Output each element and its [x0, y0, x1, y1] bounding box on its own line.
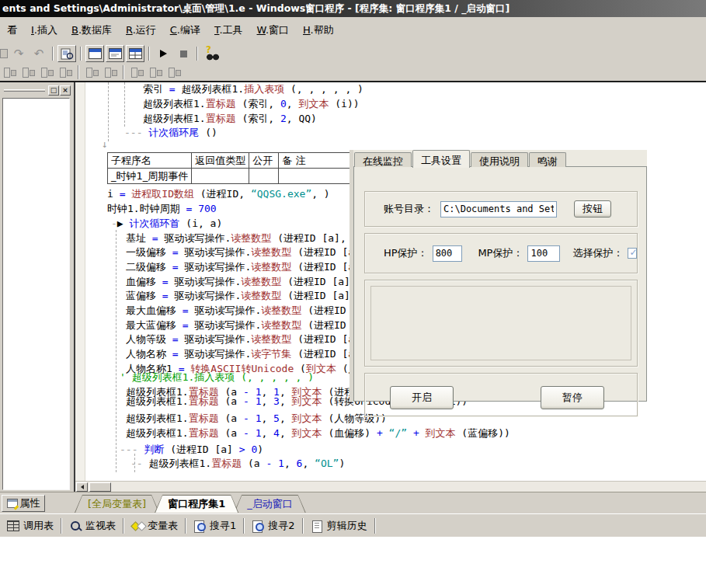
toolbar-separator — [80, 47, 82, 61]
menu-item[interactable]: I.插入 — [24, 21, 64, 40]
find-help-icon[interactable]: ? — [202, 45, 224, 62]
code-line: 最大蓝偏移 = 驱动读写操作.读整数型 (进程ID [a], — [126, 319, 377, 332]
stop-icon[interactable] — [174, 45, 193, 62]
search1-button[interactable]: 搜寻1 — [188, 517, 242, 535]
window-title: ents and Settings\Administrator\桌面\管理\1.… — [2, 2, 510, 14]
watch-table-button[interactable]: 监视表 — [64, 517, 121, 535]
document-tab-label: [全局变量表] — [75, 496, 158, 513]
code-line: 最大血偏移 = 驱动读写操作.读整数型 (进程ID [a], — [126, 304, 377, 317]
menu-item[interactable]: W.窗口 — [250, 21, 297, 40]
window-code-view-icon[interactable] — [106, 45, 124, 62]
code-line: 血偏移 = 驱动读写操作.读整数型 (进程ID [a], 二级 — [126, 276, 383, 288]
same-size-icon[interactable] — [165, 65, 183, 79]
pause-button[interactable]: 暂停 — [541, 386, 604, 409]
protect-checkbox[interactable] — [628, 248, 637, 259]
redo-icon[interactable]: ↷ — [9, 45, 28, 62]
toolbar-separator — [374, 518, 376, 534]
dialog-tab-page: 账号目录： 按钮 HP保护： MP保护： 选择保护： 开启 暂停 — [353, 166, 647, 402]
panel-grip[interactable] — [4, 89, 45, 92]
align-middle-vertical-icon[interactable] — [57, 65, 74, 79]
code-line: 时钟1.时钟周期 = 700 — [107, 203, 217, 215]
code-line: i = 进程取ID数组 (进程ID, “QQSG.exe”, ) — [107, 188, 330, 200]
menu-item[interactable]: C.编译 — [163, 21, 207, 40]
empty-listbox[interactable] — [370, 286, 631, 360]
bottom-toolbar: 调用表监视表变量表搜寻1搜寻2剪辑历史 — [0, 513, 706, 537]
mp-input[interactable] — [527, 245, 560, 262]
scrollbar-thumb[interactable] — [89, 482, 111, 492]
code-line: -▶ 计次循环首 (i, a) — [111, 217, 222, 230]
document-tab[interactable]: 窗口程序集1 — [155, 495, 238, 513]
table-cell[interactable] — [249, 169, 279, 184]
desktop-background — [0, 537, 706, 588]
account-path-input[interactable] — [440, 201, 557, 217]
toolbar-separator — [302, 518, 304, 534]
empty-groupbox — [364, 280, 638, 367]
same-height-icon[interactable] — [147, 65, 164, 79]
code-line: ↓ — [102, 138, 108, 151]
toolbar-button-label: 监视表 — [85, 519, 116, 533]
code-line: 一级偏移 = 驱动读写操作.读整数型 (进程ID [a], 基 — [126, 246, 383, 259]
document-tabs: [全局变量表]窗口程序集1_启动窗口 — [75, 495, 301, 513]
code-line: 超级列表框1.置标题 (a - 1, 4, 到文本 (血偏移) + “/” + … — [126, 427, 510, 440]
subroutine-table: 子程序名返回值类型公开备 注 _时钟1_周期事件 — [107, 152, 370, 184]
dialog-tab[interactable]: 鸣谢 — [529, 152, 566, 167]
search2-icon — [252, 520, 264, 531]
properties-icon — [7, 499, 18, 508]
menu-item[interactable]: 看 — [0, 21, 24, 40]
toolbar-button-label: 搜寻2 — [268, 519, 294, 533]
window-split-view-icon[interactable] — [126, 45, 144, 62]
space-down-icon[interactable] — [102, 65, 119, 79]
align-center-horizontal-icon[interactable] — [19, 65, 37, 79]
hp-label: HP保护： — [384, 246, 428, 260]
clipped-toolbar-icon[interactable] — [0, 45, 8, 62]
start-button[interactable]: 开启 — [390, 386, 454, 409]
toolbar-separator — [123, 518, 124, 534]
table-row: _时钟1_周期事件 — [108, 169, 370, 184]
panel-header[interactable]: □ × — [2, 84, 71, 96]
panel-content[interactable] — [2, 98, 70, 490]
table-cell[interactable] — [192, 169, 249, 184]
same-width-icon[interactable] — [128, 65, 145, 79]
panel-close-icon[interactable]: × — [60, 85, 71, 96]
code-line: ' 超级列表框1.插入表项 (, , , , , ) — [120, 371, 314, 384]
clip-history-icon — [311, 520, 323, 531]
hp-input[interactable] — [433, 245, 462, 262]
document-tab-label: _启动窗口 — [235, 496, 305, 513]
protect-groupbox: HP保护： MP保护： 选择保护： — [364, 233, 638, 273]
browse-button[interactable]: 按钮 — [574, 200, 611, 217]
scroll-left-icon[interactable] — [76, 482, 88, 492]
dialog-tab[interactable]: 使用说明 — [471, 152, 528, 167]
table-cell[interactable]: _时钟1_周期事件 — [108, 169, 192, 184]
align-top-icon[interactable] — [38, 65, 55, 79]
code-line: --- 判断 (进程ID [a] > 0) — [120, 444, 263, 456]
menu-item[interactable]: T.工具 — [207, 21, 250, 40]
toolbar-separator — [61, 518, 62, 534]
space-across-icon[interactable] — [83, 65, 100, 79]
window-form-view-icon[interactable] — [85, 45, 104, 62]
run-icon[interactable] — [154, 45, 172, 62]
panel-maximize-icon[interactable]: □ — [48, 85, 59, 96]
toolbar-button-label: 搜寻1 — [210, 519, 236, 533]
search2-button[interactable]: 搜寻2 — [246, 517, 300, 535]
document-tab[interactable]: _启动窗口 — [234, 495, 306, 513]
document-tab[interactable]: [全局变量表] — [75, 495, 159, 513]
clip-history-button[interactable]: 剪辑历史 — [305, 517, 373, 535]
menu-item[interactable]: R.运行 — [119, 21, 163, 40]
undo-icon[interactable]: ↶ — [30, 45, 48, 62]
menu-item[interactable]: H.帮助 — [296, 21, 341, 40]
toolbar-button-label: 剪辑历史 — [327, 519, 367, 533]
call-table-button[interactable]: 调用表 — [2, 517, 59, 535]
dialog-tab[interactable]: 在线监控 — [354, 152, 412, 167]
dialog-tab[interactable]: 工具设置 — [412, 150, 470, 168]
properties-tab-button[interactable]: 属性 — [2, 495, 45, 512]
form-window-icon — [89, 48, 102, 59]
align-left-icon[interactable] — [1, 65, 18, 79]
program-preview-icon[interactable] — [57, 45, 76, 62]
code-line: 索引 = 超级列表框1.插入表项 (, , , , , ) — [143, 83, 363, 96]
menu-item[interactable]: B.数据库 — [64, 21, 119, 40]
horizontal-scrollbar[interactable] — [75, 481, 706, 492]
variable-table-button[interactable]: 变量表 — [126, 517, 183, 535]
code-line: 超级列表框1.置标题 (索引, 2, QQ) — [143, 113, 317, 125]
toolbar-separator — [123, 65, 124, 79]
toolbar-separator — [243, 518, 245, 534]
